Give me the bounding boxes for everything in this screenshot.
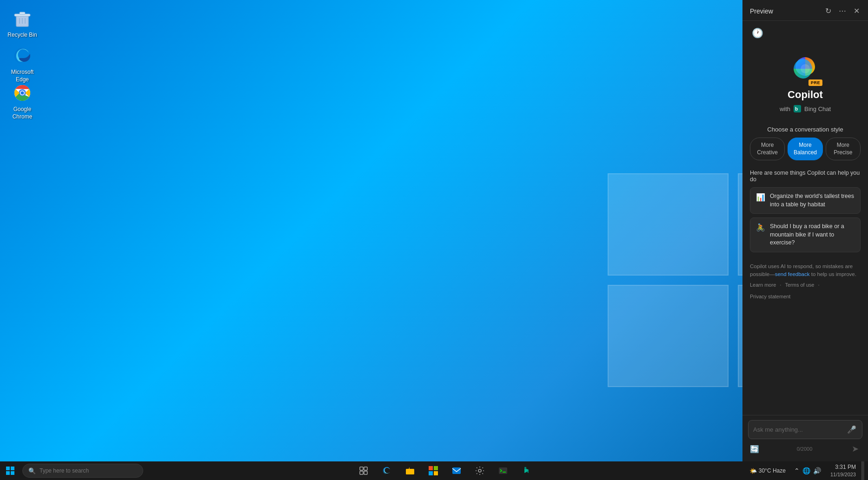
taskbar-terminal-button[interactable]	[493, 461, 513, 480]
help-title: Here are some things Copilot can help yo…	[750, 170, 861, 183]
taskbar-mail-button[interactable]	[446, 461, 467, 480]
disclaimer-suffix: to help us improve.	[810, 271, 856, 277]
taskbar: 🔍	[0, 461, 868, 480]
svg-point-10	[21, 92, 24, 95]
start-button[interactable]	[0, 461, 20, 480]
svg-rect-19	[364, 467, 367, 470]
copilot-header: Preview ↻ ⋯ ✕	[742, 0, 868, 21]
suggestion-1-icon: 📊	[756, 193, 765, 202]
copilot-panel: Preview ↻ ⋯ ✕ 🕐	[742, 0, 868, 461]
char-count: 0/2000	[797, 446, 813, 452]
privacy-link[interactable]: Privacy statement	[750, 293, 790, 301]
send-button[interactable]: ➤	[850, 443, 861, 455]
svg-text:b: b	[795, 106, 798, 112]
help-section: Here are some things Copilot can help yo…	[742, 166, 868, 258]
svg-rect-2	[20, 12, 25, 14]
refresh-chat-button[interactable]: 🔄	[750, 445, 759, 454]
suggestion-card-1[interactable]: 📊 Organize the world's tallest trees int…	[750, 187, 861, 214]
system-icons: ⌃ 🌐 🔊	[790, 467, 825, 474]
network-icon[interactable]: 🌐	[802, 467, 810, 474]
taskbar-file-explorer-button[interactable]	[400, 461, 420, 480]
clock-date: 11/19/2023	[830, 471, 856, 478]
svg-rect-15	[11, 467, 14, 470]
copilot-panel-title: Preview	[750, 7, 773, 15]
style-creative-button[interactable]: MoreCreative	[750, 138, 785, 160]
send-feedback-link[interactable]: send feedback	[775, 271, 810, 277]
suggestion-2-text: Should I buy a road bike or a mountain b…	[770, 223, 855, 247]
edge-icon	[11, 45, 33, 67]
style-buttons: MoreCreative MoreBalanced MorePrecise	[750, 138, 861, 160]
recycle-bin-label: Recycle Bin	[7, 32, 37, 39]
svg-rect-16	[6, 471, 10, 475]
chrome-icon	[11, 82, 33, 104]
copilot-logo: PRE	[789, 53, 822, 85]
chevron-icon[interactable]: ⌃	[794, 467, 800, 474]
recycle-bin-icon	[11, 7, 33, 30]
header-actions: ↻ ⋯ ✕	[823, 7, 861, 16]
mic-button[interactable]: 🎤	[846, 424, 857, 435]
desktop-icon-google-chrome[interactable]: Google Chrome	[4, 79, 41, 123]
chrome-label: Google Chrome	[7, 106, 38, 120]
disclaimer: Copilot uses AI to respond, so mistakes …	[742, 258, 868, 305]
with-label: with	[780, 105, 790, 112]
history-button-wrap: 🕐	[742, 21, 868, 43]
chat-input[interactable]	[753, 426, 846, 433]
svg-point-11	[801, 64, 810, 73]
taskbar-store-button[interactable]	[423, 461, 444, 480]
bing-icon: b	[793, 105, 802, 113]
conversation-style-section: Choose a conversation style MoreCreative…	[742, 120, 868, 166]
copilot-name: Copilot	[788, 89, 823, 101]
disclaimer-links: Learn more · Terms of use · Privacy stat…	[750, 281, 861, 301]
learn-more-link[interactable]: Learn more	[750, 281, 776, 289]
svg-rect-21	[364, 471, 367, 474]
volume-icon[interactable]: 🔊	[813, 467, 821, 474]
close-panel-button[interactable]: ✕	[852, 7, 861, 16]
chat-input-footer: 🔄 0/2000 ➤	[748, 443, 862, 455]
style-label: Choose a conversation style	[750, 126, 861, 133]
suggestion-card-2[interactable]: 🚴 Should I buy a road bike or a mountain…	[750, 217, 861, 252]
suggestion-1-text: Organize the world's tallest trees into …	[770, 192, 855, 209]
taskbar-bing-button[interactable]	[516, 461, 537, 480]
desktop-icon-recycle-bin[interactable]: Recycle Bin	[4, 5, 41, 42]
search-icon: 🔍	[28, 467, 36, 474]
weather-text: 30°C Haze	[759, 467, 786, 474]
taskbar-right: 🌤️ 30°C Haze ⌃ 🌐 🔊 3:31 PM 11/19/2023	[747, 461, 868, 480]
more-options-button[interactable]: ⋯	[837, 7, 848, 16]
svg-rect-14	[6, 467, 10, 470]
taskbar-center	[143, 461, 747, 480]
svg-rect-23	[429, 466, 433, 470]
clock[interactable]: 3:31 PM 11/19/2023	[827, 464, 860, 478]
task-view-button[interactable]	[353, 461, 374, 480]
bing-chat-label: Bing Chat	[804, 105, 831, 112]
bing-chat-row: with b Bing Chat	[780, 105, 831, 113]
refresh-header-button[interactable]: ↻	[823, 7, 833, 16]
pre-badge: PRE	[808, 79, 822, 86]
taskbar-search[interactable]: 🔍	[22, 464, 143, 478]
chat-input-area: 🎤 🔄 0/2000 ➤	[742, 415, 868, 461]
show-desktop-button[interactable]	[861, 461, 864, 480]
history-button[interactable]: 🕐	[750, 26, 765, 40]
svg-rect-24	[434, 466, 438, 470]
svg-rect-26	[434, 471, 438, 475]
terms-link[interactable]: Terms of use	[785, 281, 814, 289]
taskbar-search-input[interactable]	[40, 467, 137, 474]
svg-rect-18	[360, 467, 363, 470]
clock-time: 3:31 PM	[835, 464, 856, 471]
suggestion-2-icon: 🚴	[756, 223, 765, 232]
copilot-body: 🕐	[742, 21, 868, 415]
svg-point-28	[478, 469, 481, 472]
taskbar-settings-button[interactable]	[470, 461, 490, 480]
style-balanced-button[interactable]: MoreBalanced	[788, 138, 822, 160]
svg-rect-25	[429, 471, 433, 475]
svg-rect-29	[499, 467, 507, 474]
svg-rect-22	[406, 469, 414, 474]
chat-input-wrap: 🎤	[748, 420, 862, 439]
desktop: Recycle Bin Microsoft Edge	[0, 0, 868, 461]
style-precise-button[interactable]: MorePrecise	[826, 138, 861, 160]
copilot-logo-area: PRE Copilot with b Bing Chat	[742, 43, 868, 120]
svg-rect-17	[11, 471, 14, 475]
svg-rect-20	[360, 471, 363, 474]
taskbar-edge-button[interactable]	[377, 461, 397, 480]
svg-rect-27	[452, 467, 461, 474]
weather-widget[interactable]: 🌤️ 30°C Haze	[747, 467, 788, 474]
